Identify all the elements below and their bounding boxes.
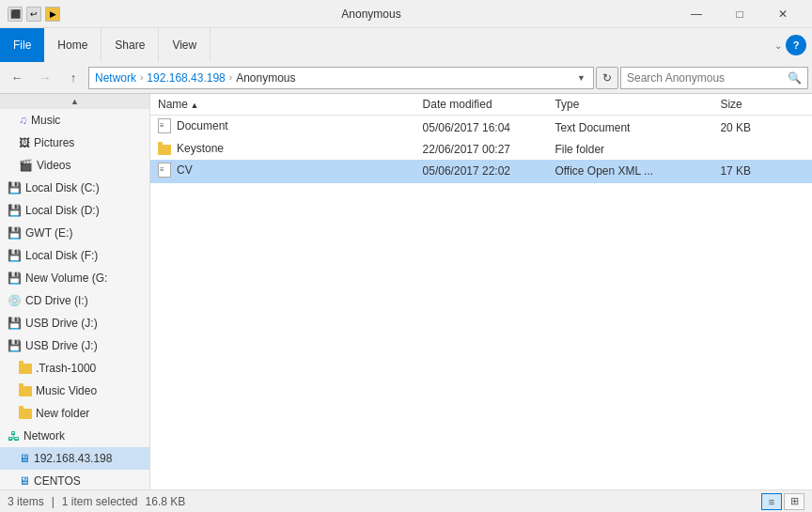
file-table: Name Date modified Type Size Document 05… <box>150 94 812 183</box>
sidebar-192-label: 192.168.43.198 <box>34 452 112 465</box>
sidebar-cd-i-label: CD Drive (I:) <box>25 294 88 307</box>
forward-button[interactable]: → <box>32 66 58 90</box>
bc-sep-2: › <box>229 72 232 83</box>
sidebar-item-cd-i[interactable]: 💿 CD Drive (I:) <box>0 289 149 312</box>
sidebar-item-vol-g[interactable]: 💾 New Volume (G: <box>0 267 149 289</box>
status-sep-1: | <box>52 495 55 508</box>
sidebar-item-pictures[interactable]: 🖼 Pictures <box>0 132 149 154</box>
sidebar-item-gwt-e[interactable]: 💾 GWT (E:) <box>0 222 149 244</box>
xml-icon <box>158 163 171 178</box>
status-count: 3 items <box>8 495 44 508</box>
col-name[interactable]: Name <box>150 94 415 116</box>
breadcrumb-network[interactable]: Network <box>95 71 136 85</box>
file-pane[interactable]: Name Date modified Type Size Document 05… <box>150 94 812 489</box>
sidebar-item-usb-j2[interactable]: 💾 USB Drive (J:) <box>0 334 149 357</box>
file-icon-row-cv: CV <box>158 163 193 178</box>
file-icon-row-document: Document <box>158 118 228 133</box>
file-date-cv: 05/06/2017 22:02 <box>415 160 548 183</box>
sidebar-item-local-f[interactable]: 💾 Local Disk (F:) <box>0 244 149 267</box>
sidebar-centos-label: CENTOS <box>34 474 81 488</box>
ribbon-chevron-icon[interactable]: ⌄ <box>774 40 782 51</box>
sidebar-item-network[interactable]: 🖧 Network <box>0 425 149 447</box>
ribbon: File Home Share View ⌄ ? <box>0 28 812 62</box>
sidebar-item-music[interactable]: Music <box>0 109 149 132</box>
file-row-keystone[interactable]: Keystone 22/06/2017 00:27 File folder <box>150 139 812 160</box>
sidebar-local-f-label: Local Disk (F:) <box>25 249 98 262</box>
status-size: 16.8 KB <box>146 495 186 508</box>
ribbon-tab-home[interactable]: Home <box>44 28 102 62</box>
breadcrumb: Network › 192.168.43.198 › Anonymous ▼ <box>88 67 594 89</box>
ribbon-tab-share[interactable]: Share <box>102 28 159 62</box>
sidebar-usb-j1-label: USB Drive (J:) <box>25 317 98 330</box>
main-area: ▲ Music 🖼 Pictures 🎬 Videos 💾 Local Disk… <box>0 94 812 489</box>
computer-centos-icon: 🖥 <box>19 474 30 488</box>
file-label-cv: CV <box>177 163 193 177</box>
col-type[interactable]: Type <box>547 94 712 116</box>
trash-folder-icon <box>19 364 32 374</box>
sidebar-item-musicvideo[interactable]: Music Video <box>0 380 149 402</box>
close-button[interactable]: ✕ <box>761 0 804 28</box>
file-row-cv[interactable]: CV 05/06/2017 22:02 Office Open XML ... … <box>150 160 812 183</box>
search-bar[interactable]: 🔍 <box>620 67 808 89</box>
breadcrumb-dropdown-icon[interactable]: ▼ <box>575 73 587 83</box>
file-name-cv: CV <box>150 160 415 183</box>
view-controls: ≡ ⊞ <box>761 493 804 510</box>
breadcrumb-ip[interactable]: 192.168.43.198 <box>147 71 225 85</box>
view-details-button[interactable]: ≡ <box>761 493 782 510</box>
sidebar-item-local-c[interactable]: 💾 Local Disk (C:) <box>0 177 149 199</box>
doc-icon <box>158 118 171 133</box>
window-title: Anonymous <box>68 8 675 21</box>
col-size[interactable]: Size <box>712 94 812 116</box>
up-button[interactable]: ↑ <box>60 66 86 90</box>
title-bar-left-icons: ⬛ ↩ ▶ <box>8 7 60 22</box>
refresh-button[interactable]: ↻ <box>596 67 618 89</box>
computer-192-icon: 🖥 <box>19 452 30 465</box>
ribbon-tab-view[interactable]: View <box>159 28 211 62</box>
sidebar-item-videos[interactable]: 🎬 Videos <box>0 154 149 177</box>
sidebar-scroll-up[interactable]: ▲ <box>0 94 149 109</box>
file-row-document[interactable]: Document 05/06/2017 16:04 Text Document … <box>150 116 812 140</box>
ribbon-help-button[interactable]: ? <box>786 35 806 55</box>
ribbon-tabs: Home Share View ⌄ ? <box>44 28 812 62</box>
file-date-keystone: 22/06/2017 00:27 <box>415 139 548 160</box>
view-tiles-button[interactable]: ⊞ <box>784 493 804 510</box>
sidebar-music-label: Music <box>31 114 60 127</box>
cd-i-icon: 💿 <box>8 294 22 307</box>
sidebar-gwt-e-label: GWT (E:) <box>25 226 72 240</box>
sidebar-item-local-d[interactable]: 💾 Local Disk (D:) <box>0 199 149 222</box>
drive-e-icon: 💾 <box>8 226 22 240</box>
search-input[interactable] <box>627 71 784 85</box>
sidebar-usb-j2-label: USB Drive (J:) <box>25 339 98 352</box>
status-selected: 1 item selected <box>62 495 138 508</box>
ribbon-file-tab[interactable]: File <box>0 28 44 62</box>
bc-sep-1: › <box>140 72 143 83</box>
sidebar-vol-g-label: New Volume (G: <box>25 272 107 285</box>
app-icon-1: ⬛ <box>8 7 23 22</box>
file-size-cv: 17 KB <box>712 160 812 183</box>
network-icon: 🖧 <box>8 429 20 443</box>
file-label-keystone: Keystone <box>177 142 224 155</box>
search-icon: 🔍 <box>788 71 802 85</box>
file-icon-row-keystone: Keystone <box>158 142 224 155</box>
sidebar-item-centos[interactable]: 🖥 CENTOS <box>0 470 149 489</box>
file-date-document: 05/06/2017 16:04 <box>415 116 548 140</box>
videos-icon: 🎬 <box>19 159 33 172</box>
back-button[interactable]: ← <box>4 66 30 90</box>
file-type-document: Text Document <box>547 116 712 140</box>
minimize-button[interactable]: — <box>675 0 718 28</box>
maximize-button[interactable]: □ <box>718 0 761 28</box>
sidebar-item-trash[interactable]: .Trash-1000 <box>0 357 149 380</box>
sidebar-item-usb-j1[interactable]: 💾 USB Drive (J:) <box>0 312 149 334</box>
sidebar-pictures-label: Pictures <box>34 136 74 149</box>
file-type-cv: Office Open XML ... <box>547 160 712 183</box>
sidebar: ▲ Music 🖼 Pictures 🎬 Videos 💾 Local Disk… <box>0 94 150 489</box>
drive-f-icon: 💾 <box>8 249 22 262</box>
file-name-document: Document <box>150 116 415 140</box>
sidebar-item-newfolder[interactable]: New folder <box>0 402 149 425</box>
app-icon-2: ↩ <box>26 7 41 22</box>
sidebar-item-192[interactable]: 🖥 192.168.43.198 <box>0 447 149 470</box>
col-date[interactable]: Date modified <box>415 94 548 116</box>
drive-c-icon: 💾 <box>8 181 22 194</box>
music-icon <box>19 114 27 127</box>
usb-j1-icon: 💾 <box>8 317 22 330</box>
